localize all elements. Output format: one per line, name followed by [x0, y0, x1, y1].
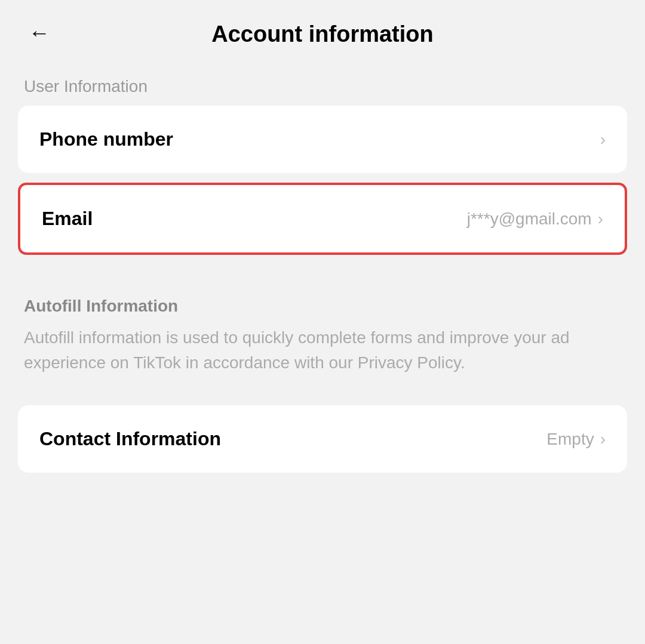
back-button[interactable]: ←: [24, 16, 55, 50]
contact-info-value: Empty: [546, 430, 594, 449]
user-info-section-label: User Information: [0, 65, 645, 106]
user-info-card-phone: Phone number ›: [18, 106, 627, 173]
phone-number-right: ›: [600, 130, 606, 149]
header: ← Account information: [0, 0, 645, 65]
phone-chevron-icon: ›: [600, 130, 606, 149]
email-row-highlighted[interactable]: Email j***y@gmail.com ›: [18, 183, 627, 255]
email-right: j***y@gmail.com ›: [467, 209, 603, 229]
page-title: Account information: [211, 21, 434, 47]
email-chevron-icon: ›: [598, 209, 603, 229]
autofill-description: Autofill information is used to quickly …: [24, 325, 621, 375]
contact-info-row[interactable]: Contact Information Empty ›: [18, 405, 627, 473]
email-label: Email: [42, 208, 93, 230]
contact-info-right: Empty ›: [546, 430, 606, 449]
autofill-section: Autofill Information Autofill informatio…: [0, 279, 645, 387]
email-value: j***y@gmail.com: [467, 209, 592, 229]
phone-number-row[interactable]: Phone number ›: [18, 106, 627, 173]
email-row[interactable]: Email j***y@gmail.com ›: [20, 185, 625, 252]
contact-info-chevron-icon: ›: [600, 430, 606, 449]
autofill-title: Autofill Information: [24, 297, 621, 316]
phone-number-label: Phone number: [39, 128, 173, 150]
contact-info-label: Contact Information: [39, 428, 221, 450]
contact-info-card: Contact Information Empty ›: [18, 405, 627, 473]
page-container: ← Account information User Information P…: [0, 0, 645, 644]
